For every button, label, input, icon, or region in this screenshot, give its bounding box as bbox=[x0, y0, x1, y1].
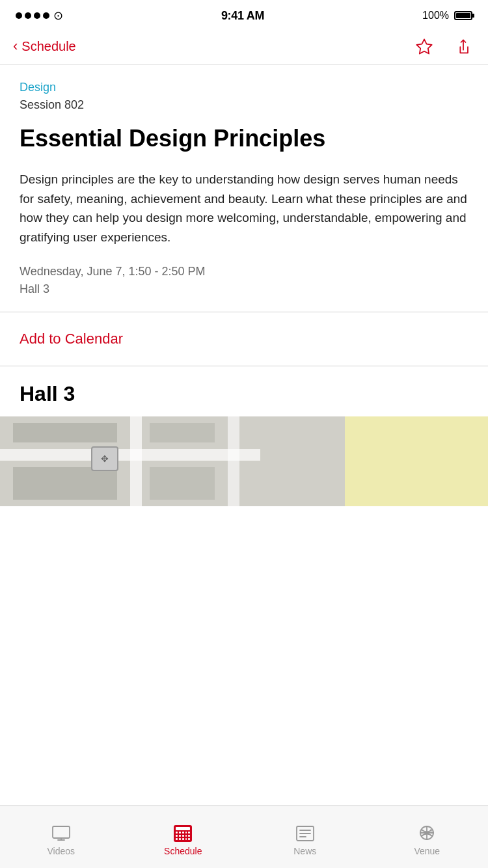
map-road-2 bbox=[130, 416, 142, 506]
add-to-calendar-button[interactable]: Add to Calendar bbox=[20, 331, 123, 347]
battery-percentage: 100% bbox=[422, 10, 449, 21]
map-block-3 bbox=[150, 423, 215, 442]
tab-bar: Videos Schedule bbox=[0, 806, 488, 868]
tab-videos-label: Videos bbox=[47, 846, 75, 856]
status-bar: ⊙ 9:41 AM 100% bbox=[0, 0, 488, 29]
tab-videos[interactable]: Videos bbox=[0, 806, 122, 868]
status-time: 9:41 AM bbox=[221, 9, 264, 23]
signal-dot-3 bbox=[34, 12, 40, 19]
nav-bar: ‹ Schedule bbox=[0, 29, 488, 65]
session-datetime: Wednesday, June 7, 1:50 - 2:50 PM bbox=[20, 265, 468, 278]
tab-venue-label: Venue bbox=[414, 846, 440, 856]
signal-dots bbox=[16, 12, 49, 19]
schedule-icon bbox=[171, 824, 195, 843]
tab-news-label: News bbox=[293, 846, 316, 856]
venue-icon bbox=[415, 824, 439, 843]
status-left: ⊙ bbox=[16, 8, 63, 23]
hall-section: Hall 3 bbox=[0, 366, 488, 406]
session-title: Essential Design Principles bbox=[20, 125, 468, 152]
star-icon bbox=[415, 38, 433, 56]
session-number: Session 802 bbox=[20, 98, 468, 112]
wifi-icon: ⊙ bbox=[53, 8, 63, 23]
map-block-1 bbox=[13, 423, 117, 442]
status-right: 100% bbox=[422, 10, 472, 21]
session-location: Hall 3 bbox=[20, 282, 468, 296]
back-label: Schedule bbox=[21, 39, 75, 54]
share-button[interactable] bbox=[452, 35, 475, 59]
add-to-calendar-row: Add to Calendar bbox=[0, 312, 488, 366]
back-button[interactable]: ‹ Schedule bbox=[13, 39, 76, 55]
signal-dot-2 bbox=[25, 12, 31, 19]
svg-marker-0 bbox=[416, 39, 431, 53]
tab-news[interactable]: News bbox=[244, 806, 366, 868]
news-icon bbox=[293, 824, 317, 843]
share-icon bbox=[454, 38, 472, 56]
map-location-icon: ✥ bbox=[91, 446, 118, 471]
category-label: Design bbox=[20, 81, 468, 94]
nav-actions bbox=[413, 35, 475, 59]
content-area: Design Session 802 Essential Design Prin… bbox=[0, 65, 488, 296]
signal-dot-1 bbox=[16, 12, 22, 19]
favorite-button[interactable] bbox=[413, 35, 436, 59]
map-block-4 bbox=[150, 467, 215, 500]
back-chevron-icon: ‹ bbox=[13, 38, 18, 55]
monitor-icon bbox=[49, 824, 73, 843]
map-block-2 bbox=[13, 467, 117, 500]
session-meta: Wednesday, June 7, 1:50 - 2:50 PM Hall 3 bbox=[20, 265, 468, 296]
hall-title: Hall 3 bbox=[20, 382, 468, 406]
tab-schedule-label: Schedule bbox=[164, 846, 202, 856]
map-road-3 bbox=[228, 416, 239, 506]
tab-venue[interactable]: Venue bbox=[366, 806, 489, 868]
session-description: Design principles are the key to underst… bbox=[20, 170, 468, 247]
battery-fill bbox=[456, 13, 470, 18]
svg-rect-1 bbox=[53, 826, 70, 838]
tab-schedule[interactable]: Schedule bbox=[122, 806, 245, 868]
venue-map[interactable]: ✥ bbox=[0, 416, 488, 506]
signal-dot-4 bbox=[43, 12, 49, 19]
map-bg-right bbox=[345, 416, 488, 506]
battery-icon bbox=[454, 11, 472, 20]
